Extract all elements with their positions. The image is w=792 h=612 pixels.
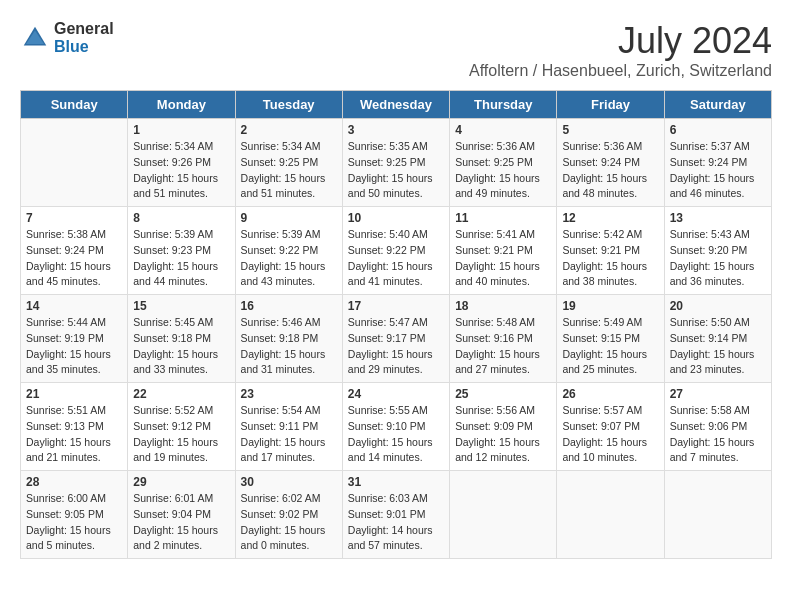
day-number: 17 [348,299,444,313]
day-number: 8 [133,211,229,225]
day-number: 10 [348,211,444,225]
calendar-week-row: 28Sunrise: 6:00 AM Sunset: 9:05 PM Dayli… [21,471,772,559]
calendar-day-cell: 1Sunrise: 5:34 AM Sunset: 9:26 PM Daylig… [128,119,235,207]
day-number: 11 [455,211,551,225]
calendar-day-cell: 16Sunrise: 5:46 AM Sunset: 9:18 PM Dayli… [235,295,342,383]
day-number: 1 [133,123,229,137]
day-number: 12 [562,211,658,225]
day-info: Sunrise: 5:40 AM Sunset: 9:22 PM Dayligh… [348,227,444,290]
calendar-day-cell [664,471,771,559]
day-info: Sunrise: 5:45 AM Sunset: 9:18 PM Dayligh… [133,315,229,378]
calendar-day-cell: 15Sunrise: 5:45 AM Sunset: 9:18 PM Dayli… [128,295,235,383]
day-info: Sunrise: 5:48 AM Sunset: 9:16 PM Dayligh… [455,315,551,378]
day-number: 25 [455,387,551,401]
day-of-week-header: Monday [128,91,235,119]
day-info: Sunrise: 5:58 AM Sunset: 9:06 PM Dayligh… [670,403,766,466]
calendar-week-row: 21Sunrise: 5:51 AM Sunset: 9:13 PM Dayli… [21,383,772,471]
calendar-day-cell: 23Sunrise: 5:54 AM Sunset: 9:11 PM Dayli… [235,383,342,471]
day-info: Sunrise: 5:37 AM Sunset: 9:24 PM Dayligh… [670,139,766,202]
calendar-day-cell: 9Sunrise: 5:39 AM Sunset: 9:22 PM Daylig… [235,207,342,295]
day-number: 14 [26,299,122,313]
calendar-day-cell: 17Sunrise: 5:47 AM Sunset: 9:17 PM Dayli… [342,295,449,383]
day-info: Sunrise: 5:34 AM Sunset: 9:25 PM Dayligh… [241,139,337,202]
logo-general: General [54,20,114,38]
calendar-day-cell: 14Sunrise: 5:44 AM Sunset: 9:19 PM Dayli… [21,295,128,383]
calendar-day-cell [557,471,664,559]
day-number: 6 [670,123,766,137]
day-of-week-header: Thursday [450,91,557,119]
calendar-day-cell: 6Sunrise: 5:37 AM Sunset: 9:24 PM Daylig… [664,119,771,207]
day-info: Sunrise: 5:39 AM Sunset: 9:23 PM Dayligh… [133,227,229,290]
main-title: July 2024 [469,20,772,62]
day-info: Sunrise: 5:34 AM Sunset: 9:26 PM Dayligh… [133,139,229,202]
day-number: 21 [26,387,122,401]
calendar-day-cell: 11Sunrise: 5:41 AM Sunset: 9:21 PM Dayli… [450,207,557,295]
day-info: Sunrise: 5:57 AM Sunset: 9:07 PM Dayligh… [562,403,658,466]
calendar-day-cell: 28Sunrise: 6:00 AM Sunset: 9:05 PM Dayli… [21,471,128,559]
calendar-day-cell: 24Sunrise: 5:55 AM Sunset: 9:10 PM Dayli… [342,383,449,471]
day-info: Sunrise: 5:49 AM Sunset: 9:15 PM Dayligh… [562,315,658,378]
calendar-day-cell: 12Sunrise: 5:42 AM Sunset: 9:21 PM Dayli… [557,207,664,295]
day-info: Sunrise: 5:44 AM Sunset: 9:19 PM Dayligh… [26,315,122,378]
day-of-week-header: Sunday [21,91,128,119]
day-info: Sunrise: 5:51 AM Sunset: 9:13 PM Dayligh… [26,403,122,466]
title-block: July 2024 Affoltern / Hasenbueel, Zurich… [469,20,772,80]
logo-blue-text: Blue [54,38,114,56]
calendar-day-cell: 27Sunrise: 5:58 AM Sunset: 9:06 PM Dayli… [664,383,771,471]
day-info: Sunrise: 5:41 AM Sunset: 9:21 PM Dayligh… [455,227,551,290]
calendar-day-cell: 13Sunrise: 5:43 AM Sunset: 9:20 PM Dayli… [664,207,771,295]
day-number: 5 [562,123,658,137]
day-number: 18 [455,299,551,313]
day-info: Sunrise: 5:38 AM Sunset: 9:24 PM Dayligh… [26,227,122,290]
day-info: Sunrise: 5:54 AM Sunset: 9:11 PM Dayligh… [241,403,337,466]
day-number: 24 [348,387,444,401]
calendar-day-cell: 19Sunrise: 5:49 AM Sunset: 9:15 PM Dayli… [557,295,664,383]
days-of-week-row: SundayMondayTuesdayWednesdayThursdayFrid… [21,91,772,119]
day-of-week-header: Friday [557,91,664,119]
calendar-week-row: 7Sunrise: 5:38 AM Sunset: 9:24 PM Daylig… [21,207,772,295]
calendar-day-cell: 10Sunrise: 5:40 AM Sunset: 9:22 PM Dayli… [342,207,449,295]
day-info: Sunrise: 6:01 AM Sunset: 9:04 PM Dayligh… [133,491,229,554]
calendar-day-cell: 30Sunrise: 6:02 AM Sunset: 9:02 PM Dayli… [235,471,342,559]
day-info: Sunrise: 5:36 AM Sunset: 9:25 PM Dayligh… [455,139,551,202]
day-info: Sunrise: 5:52 AM Sunset: 9:12 PM Dayligh… [133,403,229,466]
day-info: Sunrise: 5:56 AM Sunset: 9:09 PM Dayligh… [455,403,551,466]
day-number: 9 [241,211,337,225]
logo: General Blue [20,20,114,55]
calendar-day-cell [450,471,557,559]
day-info: Sunrise: 5:35 AM Sunset: 9:25 PM Dayligh… [348,139,444,202]
day-number: 20 [670,299,766,313]
day-number: 23 [241,387,337,401]
day-of-week-header: Saturday [664,91,771,119]
day-number: 13 [670,211,766,225]
day-number: 7 [26,211,122,225]
calendar-day-cell: 8Sunrise: 5:39 AM Sunset: 9:23 PM Daylig… [128,207,235,295]
day-number: 28 [26,475,122,489]
calendar-day-cell: 26Sunrise: 5:57 AM Sunset: 9:07 PM Dayli… [557,383,664,471]
day-number: 19 [562,299,658,313]
day-of-week-header: Wednesday [342,91,449,119]
day-info: Sunrise: 6:02 AM Sunset: 9:02 PM Dayligh… [241,491,337,554]
calendar-body: 1Sunrise: 5:34 AM Sunset: 9:26 PM Daylig… [21,119,772,559]
calendar-day-cell: 25Sunrise: 5:56 AM Sunset: 9:09 PM Dayli… [450,383,557,471]
day-info: Sunrise: 5:55 AM Sunset: 9:10 PM Dayligh… [348,403,444,466]
day-info: Sunrise: 5:36 AM Sunset: 9:24 PM Dayligh… [562,139,658,202]
calendar-table: SundayMondayTuesdayWednesdayThursdayFrid… [20,90,772,559]
day-number: 4 [455,123,551,137]
page-header: General Blue July 2024 Affoltern / Hasen… [20,20,772,80]
day-info: Sunrise: 5:43 AM Sunset: 9:20 PM Dayligh… [670,227,766,290]
day-info: Sunrise: 6:03 AM Sunset: 9:01 PM Dayligh… [348,491,444,554]
calendar-day-cell: 3Sunrise: 5:35 AM Sunset: 9:25 PM Daylig… [342,119,449,207]
day-number: 26 [562,387,658,401]
calendar-day-cell [21,119,128,207]
day-number: 29 [133,475,229,489]
day-info: Sunrise: 5:42 AM Sunset: 9:21 PM Dayligh… [562,227,658,290]
day-number: 16 [241,299,337,313]
day-of-week-header: Tuesday [235,91,342,119]
calendar-day-cell: 7Sunrise: 5:38 AM Sunset: 9:24 PM Daylig… [21,207,128,295]
calendar-week-row: 14Sunrise: 5:44 AM Sunset: 9:19 PM Dayli… [21,295,772,383]
day-number: 30 [241,475,337,489]
day-info: Sunrise: 5:47 AM Sunset: 9:17 PM Dayligh… [348,315,444,378]
day-number: 2 [241,123,337,137]
calendar-day-cell: 2Sunrise: 5:34 AM Sunset: 9:25 PM Daylig… [235,119,342,207]
